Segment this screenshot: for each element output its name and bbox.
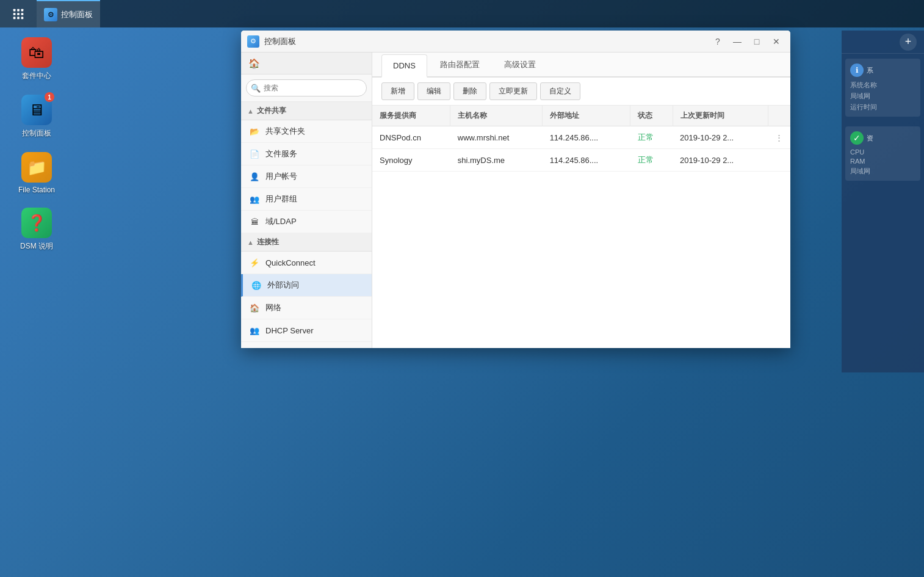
sidebar-item-network[interactable]: 🏠 网络 — [241, 297, 372, 319]
control-panel-badge: 1 — [45, 92, 54, 102]
file-station-label: File Station — [18, 186, 55, 194]
file-service-label: 文件服务 — [265, 148, 297, 159]
cell-action-0[interactable]: ⋮ — [768, 126, 790, 149]
external-access-icon: 🌐 — [250, 279, 262, 291]
network-icon: 🏠 — [248, 302, 261, 314]
file-station-icon-image: 📁 — [21, 152, 52, 183]
edit-button[interactable]: 编辑 — [417, 82, 450, 100]
desktop-icon-dsm-help[interactable]: ❓ DSM 说明 — [9, 204, 64, 255]
network-label: 网络 — [265, 302, 281, 313]
cell-status-0: 正常 — [630, 126, 673, 149]
toolbar: 新增 编辑 删除 立即更新 自定义 — [372, 78, 790, 106]
section-connectivity[interactable]: ▲ 连接性 — [241, 233, 372, 252]
info-row-lan: 局域网 — [850, 92, 915, 101]
file-service-icon: 📄 — [248, 148, 261, 160]
cell-external-ip-1: 114.245.86.... — [543, 149, 630, 172]
dhcp-server-icon: 👥 — [248, 324, 261, 336]
window-maximize-button[interactable]: □ — [749, 34, 765, 49]
table-row[interactable]: DNSPod.cn www.mrshi.net 114.245.86.... 正… — [372, 126, 790, 149]
home-icon: 🏠 — [248, 58, 260, 69]
update-now-button[interactable]: 立即更新 — [489, 82, 537, 100]
table-row[interactable]: Synology shi.myDS.me 114.245.86.... 正常 2… — [372, 149, 790, 172]
info-row-cpu: CPU — [850, 148, 915, 156]
right-panel-add-button[interactable]: + — [900, 34, 917, 51]
window-title-left: ⚙ 控制面板 — [247, 35, 296, 48]
dhcp-server-label: DHCP Server — [265, 326, 314, 335]
col-actions — [768, 106, 790, 126]
file-station-icon: 📁 — [27, 158, 46, 177]
cell-action-1[interactable] — [768, 149, 790, 172]
external-access-label: 外部访问 — [267, 280, 299, 291]
lan-key: 局域网 — [850, 92, 870, 101]
right-panel-add-area: + — [842, 31, 924, 54]
svg-rect-3 — [13, 13, 16, 15]
col-external-ip: 外部地址 — [543, 106, 630, 126]
window-body: 🏠 🔍 ▲ 文件共享 📂 共享文件夹 — [241, 53, 790, 348]
section-file-sharing-label: 文件共享 — [257, 106, 286, 116]
tab-advanced[interactable]: 高级设置 — [493, 53, 547, 76]
col-status: 状态 — [630, 106, 673, 126]
user-group-icon: 👥 — [248, 193, 261, 205]
desktop: ⚙ 控制面板 🛍 套件中心 🖥 1 控制面板 📁 File Station — [0, 0, 924, 577]
add-button[interactable]: 新增 — [381, 82, 414, 100]
delete-button[interactable]: 删除 — [453, 82, 486, 100]
taskbar-active-app-control-panel[interactable]: ⚙ 控制面板 — [37, 0, 100, 27]
right-panel: + ℹ 系 系统名称 局域网 运行时间 ✓ 资 CPU — [842, 31, 924, 372]
table-header-row: 服务提供商 主机名称 外部地址 状态 上次更新时间 — [372, 106, 790, 126]
control-panel-icon: 🖥 — [29, 101, 45, 120]
sidebar-item-dhcp-server[interactable]: 👥 DHCP Server — [241, 319, 372, 342]
section-file-sharing[interactable]: ▲ 文件共享 — [241, 102, 372, 120]
window-titlebar: ⚙ 控制面板 ? — □ ✕ — [241, 31, 790, 53]
info-card-system-header: ℹ 系 — [850, 64, 915, 77]
svg-rect-2 — [21, 9, 24, 11]
window-close-button[interactable]: ✕ — [768, 34, 784, 49]
desktop-icon-control-panel[interactable]: 🖥 1 控制面板 — [9, 91, 64, 142]
col-last-update: 上次更新时间 — [673, 106, 768, 126]
user-account-icon: 👤 — [248, 170, 261, 183]
sidebar-item-user-account[interactable]: 👤 用户帐号 — [241, 165, 372, 188]
sidebar-search-input[interactable] — [246, 79, 367, 96]
col-hostname: 主机名称 — [450, 106, 543, 126]
desktop-icon-packages[interactable]: 🛍 套件中心 — [9, 34, 64, 85]
tab-router-config[interactable]: 路由器配置 — [428, 53, 491, 76]
sidebar-item-file-service[interactable]: 📄 文件服务 — [241, 143, 372, 165]
info-row-hostname: 系统名称 — [850, 81, 915, 90]
svg-rect-6 — [13, 16, 16, 19]
sidebar-search-area: 🔍 — [241, 74, 372, 102]
quickconnect-icon: ⚡ — [248, 256, 261, 269]
customize-button[interactable]: 自定义 — [540, 82, 580, 100]
sidebar-item-user-group[interactable]: 👥 用户群组 — [241, 188, 372, 211]
control-panel-icon-image: 🖥 1 — [21, 95, 52, 125]
cell-last-update-1: 2019-10-29 2... — [673, 149, 768, 172]
info-card-resources: ✓ 资 CPU RAM 局域网 — [845, 126, 920, 181]
sidebar-item-shared-folder[interactable]: 📂 共享文件夹 — [241, 120, 372, 143]
info-blue-icon: ℹ — [850, 64, 864, 77]
runtime-key: 运行时间 — [850, 103, 877, 112]
sidebar-item-quickconnect[interactable]: ⚡ QuickConnect — [241, 252, 372, 274]
svg-rect-0 — [13, 9, 16, 11]
packages-label: 套件中心 — [22, 71, 51, 81]
info-row-lan2: 局域网 — [850, 167, 915, 176]
quickconnect-label: QuickConnect — [265, 258, 316, 267]
taskbar-apps-button[interactable] — [0, 0, 37, 27]
cpu-key: CPU — [850, 148, 864, 156]
sidebar-item-external-access[interactable]: 🌐 外部访问 — [241, 274, 372, 297]
desktop-icon-file-station[interactable]: 📁 File Station — [9, 148, 64, 198]
window-help-button[interactable]: ? — [710, 34, 726, 49]
tab-ddns[interactable]: DDNS — [381, 54, 427, 78]
svg-rect-4 — [17, 13, 20, 15]
col-provider: 服务提供商 — [372, 106, 450, 126]
window-title: 控制面板 — [264, 36, 296, 47]
sidebar-home-button[interactable]: 🏠 — [241, 53, 372, 74]
window-minimize-button[interactable]: — — [729, 34, 745, 49]
ddns-table: 服务提供商 主机名称 外部地址 状态 上次更新时间 DNSPod.cn — [372, 106, 790, 172]
info-row-runtime: 运行时间 — [850, 103, 915, 112]
section-connectivity-label: 连接性 — [257, 237, 279, 247]
cell-provider-0: DNSPod.cn — [372, 126, 450, 149]
info-row-ram: RAM — [850, 158, 915, 165]
desktop-icons: 🛍 套件中心 🖥 1 控制面板 📁 File Station ❓ DSM 说明 — [9, 34, 64, 255]
info-green-icon: ✓ — [850, 131, 864, 145]
user-group-label: 用户群组 — [265, 194, 297, 205]
taskbar: ⚙ 控制面板 — [0, 0, 924, 27]
sidebar-item-domain-ldap[interactable]: 🏛 域/LDAP — [241, 211, 372, 233]
